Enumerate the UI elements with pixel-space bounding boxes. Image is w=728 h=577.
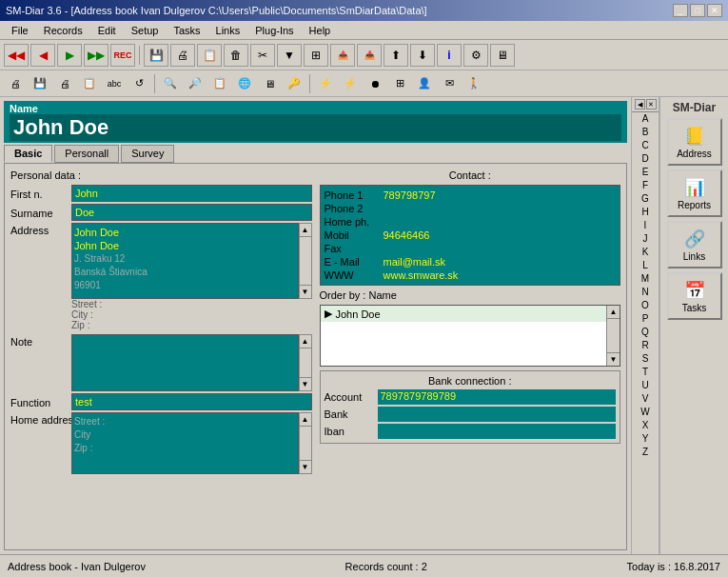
grid-button[interactable]: ⊞ — [304, 44, 328, 67]
alpha-X[interactable]: X — [632, 419, 659, 432]
alpha-C[interactable]: C — [632, 139, 659, 152]
delete-button[interactable]: 🗑 — [224, 44, 248, 67]
close-button[interactable]: ✕ — [707, 4, 722, 17]
go-next-button[interactable]: ▶ — [57, 44, 82, 67]
alpha-ctrl-1[interactable]: ◀ — [635, 99, 645, 109]
scroll-down-btn[interactable]: ▼ — [300, 285, 311, 298]
alpha-B[interactable]: B — [632, 126, 659, 139]
menu-edit[interactable]: Edit — [90, 23, 124, 38]
alpha-N[interactable]: N — [632, 286, 659, 299]
alpha-G[interactable]: G — [632, 192, 659, 206]
note-scroll-up[interactable]: ▲ — [300, 335, 311, 348]
surname-input[interactable] — [71, 204, 312, 221]
alpha-R[interactable]: R — [632, 339, 659, 352]
export3-button[interactable]: ⬆ — [384, 44, 408, 67]
alpha-P[interactable]: P — [632, 312, 659, 326]
alpha-K[interactable]: K — [632, 246, 659, 259]
alpha-F[interactable]: F — [632, 179, 659, 192]
alpha-V[interactable]: V — [632, 392, 659, 406]
t2-grid-button[interactable]: ⊞ — [388, 73, 411, 94]
alpha-T[interactable]: T — [632, 366, 659, 379]
tab-basic[interactable]: Basic — [4, 145, 52, 163]
menu-links[interactable]: Links — [208, 23, 248, 38]
t2-globe-button[interactable]: 🌐 — [233, 73, 256, 94]
reports-side-button[interactable]: 📊 Reports — [667, 169, 722, 217]
minimize-button[interactable]: _ — [673, 4, 688, 17]
menu-help[interactable]: Help — [302, 23, 339, 38]
tab-personall[interactable]: Personall — [54, 145, 119, 163]
t2-flash1-button[interactable]: ⚡ — [314, 73, 337, 94]
t2-search2-button[interactable]: 🔎 — [184, 73, 207, 94]
t2-flash2-button[interactable]: ⚡ — [339, 73, 362, 94]
alpha-ctrl-2[interactable]: ✕ — [646, 99, 657, 109]
alpha-O[interactable]: O — [632, 299, 659, 312]
print-button[interactable]: 🖨 — [170, 44, 195, 67]
record-button[interactable]: REC — [110, 44, 135, 67]
menu-plugins[interactable]: Plug-Ins — [247, 23, 301, 38]
t2-key-button[interactable]: 🔑 — [283, 73, 305, 94]
export1-button[interactable]: 📤 — [330, 44, 355, 67]
menu-tasks[interactable]: Tasks — [166, 23, 207, 38]
alpha-A[interactable]: A — [632, 112, 659, 126]
cut-button[interactable]: ✂ — [250, 44, 275, 67]
alpha-M[interactable]: M — [632, 272, 659, 286]
export4-button[interactable]: ⬇ — [410, 44, 435, 67]
order-scrollbar[interactable]: ▲ ▼ — [606, 306, 620, 366]
info-button[interactable]: i — [437, 44, 462, 67]
go-prev-button[interactable]: ◀ — [30, 44, 55, 67]
menu-records[interactable]: Records — [36, 23, 90, 38]
maximize-button[interactable]: □ — [690, 4, 705, 17]
filter-button[interactable]: ▼ — [277, 44, 302, 67]
t2-walk-button[interactable]: 🚶 — [462, 73, 485, 94]
t2-print-button[interactable]: 🖨 — [4, 73, 27, 94]
order-item-1[interactable]: ▶ John Doe — [321, 306, 607, 322]
alpha-D[interactable]: D — [632, 152, 659, 166]
t2-copy-button[interactable]: 📋 — [78, 73, 101, 94]
t2-record-button[interactable]: ⏺ — [364, 73, 386, 94]
t2-email-button[interactable]: ✉ — [438, 73, 461, 94]
note-scroll-down[interactable]: ▼ — [300, 377, 311, 390]
order-scroll-down[interactable]: ▼ — [607, 352, 620, 366]
tab-survey[interactable]: Survey — [121, 145, 174, 163]
settings-button[interactable]: ⚙ — [463, 44, 488, 67]
alpha-J[interactable]: J — [632, 232, 659, 246]
export2-button[interactable]: 📥 — [357, 44, 382, 67]
order-scroll-up[interactable]: ▲ — [607, 306, 620, 319]
alpha-S[interactable]: S — [632, 352, 659, 366]
t2-screen-button[interactable]: 🖥 — [258, 73, 281, 94]
alpha-W[interactable]: W — [632, 406, 659, 419]
t2-refresh-button[interactable]: ↺ — [128, 73, 150, 94]
firstname-input[interactable] — [71, 185, 312, 202]
home-scroll-down[interactable]: ▼ — [300, 460, 311, 473]
home-scrollbar[interactable]: ▲ ▼ — [299, 412, 312, 474]
note-scrollbar[interactable]: ▲ ▼ — [299, 334, 312, 391]
t2-abc-button[interactable]: abc — [103, 73, 126, 94]
app-button[interactable]: 🖥 — [490, 44, 515, 67]
alpha-Y[interactable]: Y — [632, 432, 659, 446]
go-last-button[interactable]: ▶▶ — [84, 44, 108, 67]
menu-file[interactable]: File — [4, 23, 36, 38]
function-input[interactable] — [71, 393, 312, 410]
alpha-U[interactable]: U — [632, 379, 659, 392]
alpha-H[interactable]: H — [632, 206, 659, 219]
alpha-Q[interactable]: Q — [632, 326, 659, 339]
t2-print2-button[interactable]: 🖨 — [53, 73, 76, 94]
t2-save-button[interactable]: 💾 — [29, 73, 51, 94]
scroll-up-btn[interactable]: ▲ — [300, 224, 311, 237]
alpha-E[interactable]: E — [632, 166, 659, 179]
links-side-button[interactable]: 🔗 Links — [667, 221, 722, 269]
alpha-L[interactable]: L — [632, 259, 659, 272]
menu-setup[interactable]: Setup — [124, 23, 167, 38]
save-button[interactable]: 💾 — [144, 44, 168, 67]
alpha-I[interactable]: I — [632, 219, 659, 232]
t2-search-button[interactable]: 🔍 — [159, 73, 182, 94]
home-scroll-up[interactable]: ▲ — [300, 413, 311, 427]
go-first-button[interactable]: ◀◀ — [4, 44, 29, 67]
t2-user-button[interactable]: 👤 — [413, 73, 436, 94]
t2-copy2-button[interactable]: 📋 — [208, 73, 231, 94]
address-scrollbar[interactable]: ▲ ▼ — [299, 223, 312, 299]
tasks-side-button[interactable]: 📅 Tasks — [667, 272, 722, 320]
alpha-Z[interactable]: Z — [632, 446, 659, 459]
note-input[interactable] — [71, 334, 299, 391]
copy-button[interactable]: 📋 — [197, 44, 222, 67]
